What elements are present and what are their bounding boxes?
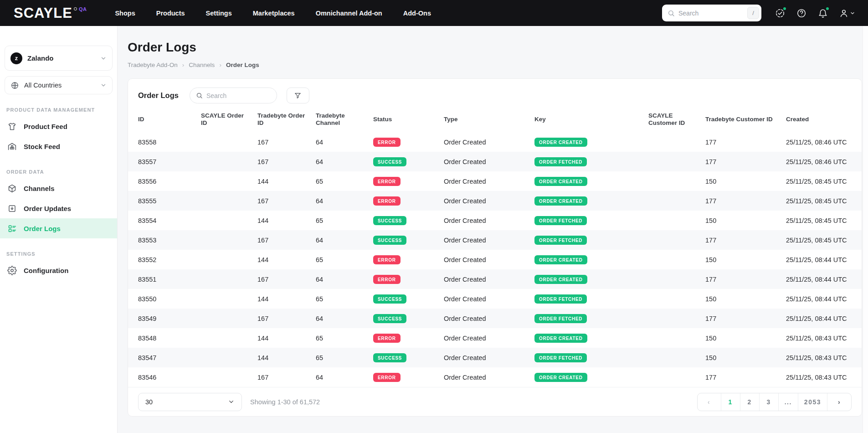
key-badge: ORDER FETCHED [534, 157, 587, 166]
table-row[interactable]: 8354616764ERROROrder CreatedORDER CREATE… [128, 367, 862, 387]
cell-id: 83555 [128, 191, 196, 211]
sidebar-section-label: ORDER DATA [6, 169, 111, 175]
account-icon[interactable] [839, 8, 855, 19]
cell-created: 25/11/25, 08:43 UTC [781, 328, 862, 348]
cell-id: 83548 [128, 328, 196, 348]
global-search-input[interactable] [678, 10, 744, 17]
sidebar-item-product-feed[interactable]: Product Feed [0, 116, 117, 136]
table-row[interactable]: 8355716764SUCCESSOrder CreatedORDER FETC… [128, 152, 862, 171]
scrollbar-track[interactable] [863, 26, 868, 433]
sidebar-item-channels[interactable]: Channels [0, 178, 117, 198]
nav-item-products[interactable]: Products [156, 10, 185, 17]
cell-tradebyte-order-id: 144 [253, 250, 311, 269]
cell-tradebyte-order-id: 167 [253, 309, 311, 328]
table-row[interactable]: 8354814465ERROROrder CreatedORDER CREATE… [128, 328, 862, 348]
table-row[interactable]: 8355414465SUCCESSOrder CreatedORDER FETC… [128, 211, 862, 230]
table-search-input[interactable] [206, 92, 271, 99]
pagination-page-3[interactable]: 3 [760, 393, 779, 411]
pagination-page-2053[interactable]: 2053 [798, 393, 827, 411]
sidebar-item-label: Order Logs [24, 225, 61, 232]
shop-name: Zalando [27, 54, 54, 62]
cell-scayle-customer-id [644, 309, 701, 328]
table-row[interactable]: 8355816764ERROROrder CreatedORDER CREATE… [128, 132, 862, 152]
table-row[interactable]: 8355516764ERROROrder CreatedORDER CREATE… [128, 191, 862, 211]
filter-button[interactable] [287, 88, 309, 103]
cell-key: ORDER FETCHED [530, 309, 644, 328]
nav-item-add-ons[interactable]: Add-Ons [403, 10, 431, 17]
pagination-page-1[interactable]: 1 [721, 393, 740, 411]
sidebar-item-stock-feed[interactable]: Stock Feed [0, 136, 117, 156]
country-selector[interactable]: All Countries [5, 76, 113, 94]
cell-tradebyte-customer-id: 177 [701, 132, 781, 152]
breadcrumb-separator: › [219, 62, 221, 68]
pagination-prev-button[interactable]: ‹ [698, 393, 721, 411]
cell-created: 25/11/25, 08:46 UTC [781, 132, 862, 152]
cell-tradebyte-channel: 64 [311, 309, 369, 328]
search-icon [196, 92, 203, 99]
table-row[interactable]: 8355214465ERROROrder CreatedORDER CREATE… [128, 250, 862, 269]
cell-tradebyte-customer-id: 177 [701, 152, 781, 171]
cell-key: ORDER FETCHED [530, 211, 644, 230]
cell-tradebyte-order-id: 167 [253, 230, 311, 250]
sidebar-item-configuration[interactable]: Configuration [0, 260, 117, 280]
status-check-icon[interactable] [775, 8, 786, 19]
cell-id: 83554 [128, 211, 196, 230]
cell-scayle-customer-id [644, 289, 701, 309]
help-icon[interactable] [796, 8, 807, 19]
pagination-next-button[interactable]: › [827, 393, 851, 411]
pagination-page-2[interactable]: 2 [740, 393, 760, 411]
cell-tradebyte-customer-id: 150 [701, 211, 781, 230]
cell-id: 83547 [128, 348, 196, 367]
table-row[interactable]: 8355614465ERROROrder CreatedORDER CREATE… [128, 171, 862, 191]
table-row[interactable]: 8355116764ERROROrder CreatedORDER CREATE… [128, 269, 862, 289]
sidebar-item-label: Configuration [24, 267, 68, 274]
cell-key: ORDER FETCHED [530, 289, 644, 309]
sidebar-item-order-logs[interactable]: Order Logs [0, 218, 117, 238]
cell-tradebyte-customer-id: 150 [701, 348, 781, 367]
cell-type: Order Created [439, 132, 530, 152]
cell-tradebyte-order-id: 167 [253, 152, 311, 171]
cell-tradebyte-customer-id: 177 [701, 230, 781, 250]
cell-created: 25/11/25, 08:43 UTC [781, 367, 862, 387]
table-row[interactable]: 8354916764SUCCESSOrder CreatedORDER FETC… [128, 309, 862, 328]
notifications-bell-icon[interactable] [817, 8, 828, 19]
cell-id: 83550 [128, 289, 196, 309]
status-badge: ERROR [373, 255, 401, 264]
search-shortcut-key: / [747, 7, 759, 19]
cell-scayle-order-id [196, 348, 253, 367]
cell-id: 83558 [128, 132, 196, 152]
nav-item-omnichannel-add-on[interactable]: Omnichannel Add-on [316, 10, 382, 17]
order-logs-table: IDSCAYLE Order IDTradebyte Order IDTrade… [128, 111, 862, 387]
status-badge: ERROR [373, 177, 401, 186]
table-row[interactable]: 8355316764SUCCESSOrder CreatedORDER FETC… [128, 230, 862, 250]
nav-item-settings[interactable]: Settings [206, 10, 232, 17]
breadcrumb-item[interactable]: Tradebyte Add-On [128, 62, 178, 68]
breadcrumb-item[interactable]: Channels [189, 62, 215, 68]
status-badge: ERROR [373, 138, 401, 147]
cell-tradebyte-channel: 65 [311, 250, 369, 269]
breadcrumb-separator: › [182, 62, 185, 68]
key-badge: ORDER CREATED [534, 138, 587, 147]
table-row[interactable]: 8355014465SUCCESSOrder CreatedORDER FETC… [128, 289, 862, 309]
cell-scayle-order-id [196, 250, 253, 269]
shop-selector[interactable]: z Zalando [5, 46, 113, 71]
cell-tradebyte-channel: 65 [311, 289, 369, 309]
per-page-select[interactable]: 30 [138, 393, 242, 411]
sidebar-groups: PRODUCT DATA MANAGEMENTProduct FeedStock… [5, 107, 113, 280]
column-header-scayle-order-id: SCAYLE Order ID [196, 111, 253, 132]
nav-item-marketplaces[interactable]: Marketplaces [253, 10, 295, 17]
package-icon [7, 184, 17, 193]
table-row[interactable]: 8354714465SUCCESSOrder CreatedORDER FETC… [128, 348, 862, 367]
sidebar-item-order-updates[interactable]: Order Updates [0, 198, 117, 218]
cell-tradebyte-order-id: 144 [253, 289, 311, 309]
cell-status: ERROR [369, 328, 439, 348]
nav-item-shops[interactable]: Shops [115, 10, 135, 17]
scayle-logo[interactable]: SCAYLE QA [14, 6, 87, 20]
per-page-value: 30 [145, 398, 153, 406]
cell-tradebyte-channel: 65 [311, 171, 369, 191]
global-search: / [662, 5, 761, 21]
cell-scayle-customer-id [644, 191, 701, 211]
cell-status: ERROR [369, 367, 439, 387]
cell-scayle-order-id [196, 211, 253, 230]
cell-scayle-customer-id [644, 328, 701, 348]
